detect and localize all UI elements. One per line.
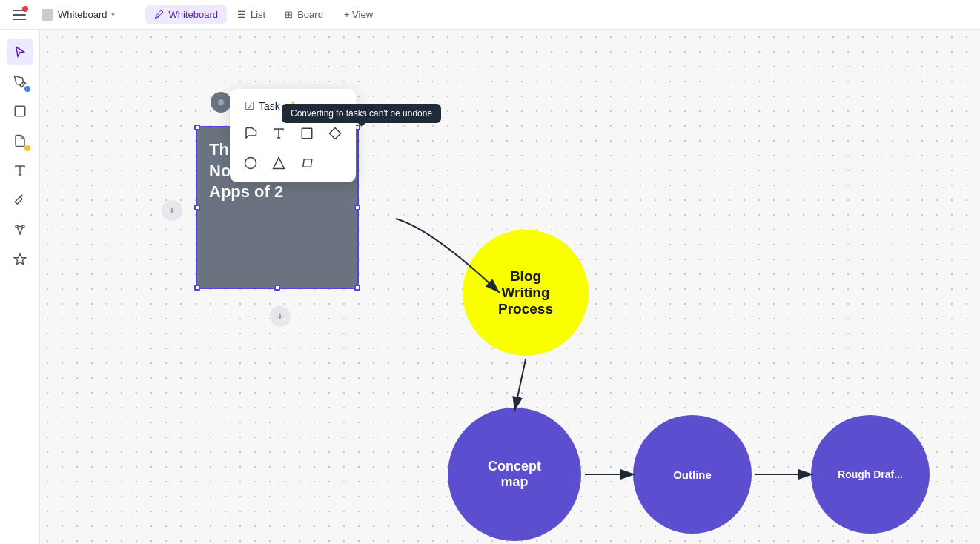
- node-blog-writing-text: Blog Writing Process: [491, 261, 560, 325]
- tab-board[interactable]: ⊞ Board: [276, 5, 332, 24]
- shapes-row-1: [239, 122, 347, 145]
- left-sidebar: [0, 30, 40, 544]
- sticky-shape-btn[interactable]: [239, 122, 262, 145]
- add-view-button[interactable]: + View: [337, 5, 380, 24]
- plus-button-left[interactable]: +: [162, 200, 182, 221]
- rect-shape-btn[interactable]: [295, 122, 319, 145]
- plus-button-bottom[interactable]: +: [270, 306, 291, 327]
- magic-wand-tool[interactable]: [7, 187, 33, 213]
- svg-rect-3: [15, 106, 25, 116]
- parallelogram-shape-btn[interactable]: [295, 151, 319, 175]
- handle-br[interactable]: [354, 285, 360, 291]
- diamond-shape-btn[interactable]: [323, 122, 347, 145]
- sparkle-tool[interactable]: [7, 246, 33, 273]
- whiteboard-tab-icon: 🖊: [154, 9, 164, 20]
- nav-tabs: 🖊 Whiteboard ☰ List ⊞ Board + View: [145, 5, 380, 24]
- node-concept-text: Concept map: [480, 451, 549, 497]
- cursor-tool[interactable]: [7, 39, 33, 65]
- svg-line-10: [17, 227, 19, 233]
- handle-lm[interactable]: [194, 205, 200, 210]
- sticky-note-tool[interactable]: [7, 127, 33, 154]
- text-shape-btn[interactable]: [267, 122, 291, 145]
- svg-point-22: [245, 158, 256, 169]
- svg-marker-12: [14, 254, 25, 265]
- connections-tool[interactable]: [7, 216, 33, 243]
- toolbar-popup: ☑ Task 👆: [230, 89, 356, 182]
- text-tool[interactable]: [7, 157, 33, 184]
- node-outline-text: Outline: [673, 468, 712, 481]
- pen-tool-dot: [24, 86, 30, 92]
- task-label: Task: [259, 100, 280, 112]
- hamburger-button[interactable]: [9, 4, 30, 25]
- workspace-selector[interactable]: Whiteboard ▾: [36, 6, 121, 24]
- svg-point-17: [218, 99, 224, 105]
- list-tab-icon: ☰: [237, 9, 246, 20]
- node-outline[interactable]: Outline: [633, 415, 752, 534]
- sticky-tool-dot: [24, 145, 30, 151]
- task-checkbox-icon: ☑: [245, 99, 254, 113]
- shapes-row-2: [239, 151, 347, 175]
- svg-line-11: [20, 227, 22, 233]
- tab-list[interactable]: ☰ List: [228, 5, 274, 24]
- topnav: Whiteboard ▾ 🖊 Whiteboard ☰ List ⊞ Board…: [0, 0, 980, 30]
- chevron-down-icon: ▾: [111, 10, 115, 19]
- svg-rect-1: [13, 14, 26, 16]
- handle-tl[interactable]: [194, 125, 200, 130]
- node-blog-writing[interactable]: Blog Writing Process: [463, 230, 589, 356]
- rectangle-tool[interactable]: [7, 98, 33, 125]
- color-picker-button[interactable]: [211, 92, 231, 113]
- node-rough-draft[interactable]: Rough Draf...: [811, 415, 930, 534]
- tooltip-bar: Converting to tasks can't be undone: [282, 104, 441, 123]
- tab-whiteboard[interactable]: 🖊 Whiteboard: [145, 5, 226, 24]
- workspace-label: Whiteboard: [58, 9, 107, 20]
- svg-line-14: [514, 359, 526, 411]
- canvas[interactable]: The 12 BNote TaApps of 2 + + ▾ T Convert…: [40, 30, 980, 544]
- workspace-icon: [42, 9, 53, 21]
- node-concept[interactable]: Concept map: [448, 408, 581, 541]
- circle-shape-btn[interactable]: [239, 151, 262, 175]
- svg-rect-2: [13, 19, 26, 20]
- handle-bl[interactable]: [194, 285, 200, 291]
- handle-bm[interactable]: [274, 285, 280, 291]
- nav-divider: [130, 7, 130, 22]
- notification-dot: [22, 6, 28, 12]
- handle-rm[interactable]: [354, 205, 360, 210]
- node-rough-draft-text: Rough Draf...: [830, 461, 910, 488]
- board-tab-icon: ⊞: [285, 9, 293, 20]
- pen-tool[interactable]: [7, 68, 33, 95]
- svg-rect-21: [302, 128, 312, 139]
- triangle-shape-btn[interactable]: [267, 151, 291, 175]
